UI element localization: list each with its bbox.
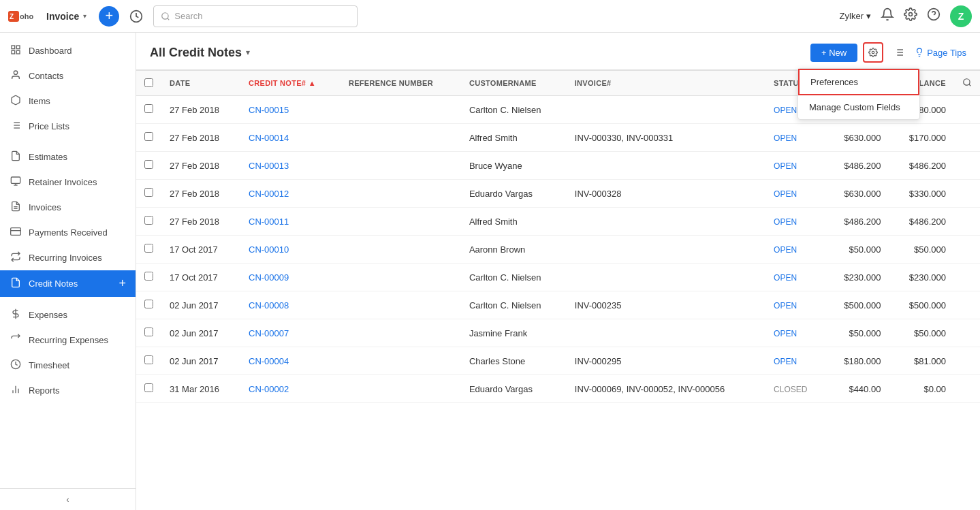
svg-line-5 (168, 18, 170, 20)
credit-note-link[interactable]: CN-00014 (249, 133, 289, 143)
row-reference (341, 347, 461, 375)
credit-note-link[interactable]: CN-00008 (249, 300, 289, 310)
credit-note-link[interactable]: CN-00012 (249, 189, 289, 199)
notification-icon[interactable] (881, 7, 894, 25)
row-checkbox[interactable] (144, 104, 153, 113)
row-checkbox-cell (136, 152, 161, 180)
sidebar-item-recurring-expenses[interactable]: Recurring Expenses (0, 328, 136, 353)
avatar[interactable]: Z (950, 5, 972, 27)
items-icon (10, 95, 22, 108)
row-invoice: INV-000330, INV-000331 (567, 124, 765, 152)
row-checkbox[interactable] (144, 244, 153, 253)
page-tips-button[interactable]: Page Tips (915, 48, 966, 58)
add-button[interactable]: + (99, 6, 119, 27)
sidebar-item-recurring-invoices[interactable]: Recurring Invoices (0, 245, 136, 270)
row-checkbox[interactable] (144, 132, 153, 141)
page-title: All Credit Notes (150, 46, 242, 60)
sidebar-item-invoices[interactable]: Invoices (0, 195, 136, 220)
row-credit-note: CN-00015 (240, 96, 341, 124)
settings-icon[interactable] (904, 7, 917, 25)
row-checkbox[interactable] (144, 383, 153, 392)
sidebar: Dashboard Contacts Items Price Lists (0, 33, 136, 510)
credit-note-link[interactable]: CN-00009 (249, 272, 289, 283)
page-title-chevron-icon[interactable]: ▾ (246, 48, 250, 57)
row-checkbox[interactable] (144, 300, 153, 308)
search-bar[interactable]: Search (153, 5, 358, 27)
row-reference (341, 291, 461, 319)
credit-notes-table-container: DATE CREDIT NOTE# ▲ REFERENCE NUMBER CUS… (136, 70, 980, 510)
row-actions (954, 347, 980, 375)
sidebar-item-expenses[interactable]: Expenses (0, 302, 136, 328)
search-column-header[interactable] (954, 71, 980, 96)
row-actions (954, 319, 980, 347)
select-all-checkbox[interactable] (144, 78, 153, 87)
list-view-button[interactable] (889, 42, 909, 63)
row-reference (341, 124, 461, 152)
sidebar-item-price-lists[interactable]: Price Lists (0, 114, 136, 139)
credit-note-link[interactable]: CN-00011 (249, 217, 289, 227)
credit-note-link[interactable]: CN-00010 (249, 244, 289, 255)
expenses-icon (10, 308, 22, 321)
logo-area[interactable]: Z oho Invoice ▾ (8, 9, 86, 24)
sidebar-item-estimates[interactable]: Estimates (0, 144, 136, 170)
content-area: All Credit Notes ▾ + New (136, 33, 980, 510)
new-button[interactable]: + New (810, 44, 857, 62)
row-credit-note: CN-00008 (240, 291, 341, 319)
history-icon[interactable] (126, 6, 146, 27)
sidebar-item-retainer-invoices[interactable]: Retainer Invoices (0, 170, 136, 195)
recurring-invoices-icon (10, 251, 22, 264)
sidebar-item-timesheet[interactable]: Timesheet (0, 353, 136, 378)
credit-note-link[interactable]: CN-00013 (249, 161, 289, 171)
row-balance: $0.00 (889, 375, 954, 403)
row-checkbox[interactable] (144, 328, 153, 336)
credit-notes-add-icon[interactable]: + (118, 276, 126, 291)
row-actions (954, 96, 980, 124)
svg-point-13 (14, 71, 17, 74)
table-search-icon (962, 78, 972, 87)
row-status: OPEN (765, 236, 825, 264)
row-actions (954, 180, 980, 208)
sidebar-item-contacts[interactable]: Contacts (0, 63, 136, 89)
row-checkbox-cell (136, 96, 161, 124)
sidebar-label-dashboard: Dashboard (29, 46, 72, 56)
credit-note-link[interactable]: CN-00007 (249, 328, 289, 338)
credit-note-link[interactable]: CN-00015 (249, 105, 289, 115)
sidebar-item-reports[interactable]: Reports (0, 378, 136, 403)
sidebar-item-dashboard[interactable]: Dashboard (0, 38, 136, 63)
settings-dropdown: Preferences Manage Custom Fields (797, 68, 920, 120)
row-checkbox[interactable] (144, 272, 153, 281)
row-reference (341, 375, 461, 403)
row-date: 17 Oct 2017 (161, 236, 240, 264)
row-date: 02 Jun 2017 (161, 291, 240, 319)
credit-note-link[interactable]: CN-00002 (249, 384, 289, 394)
page-title-area: All Credit Notes ▾ (150, 46, 250, 60)
row-status: CLOSED (765, 375, 825, 403)
table-row: 17 Oct 2017 CN-00009 Carlton C. Nielsen … (136, 264, 980, 291)
credit-note-column-header[interactable]: CREDIT NOTE# ▲ (240, 71, 341, 96)
row-checkbox[interactable] (144, 216, 153, 225)
row-amount: $230.000 (825, 264, 889, 291)
sidebar-item-payments-received[interactable]: Payments Received (0, 220, 136, 245)
row-date: 02 Jun 2017 (161, 347, 240, 375)
row-checkbox[interactable] (144, 355, 153, 364)
credit-note-link[interactable]: CN-00004 (249, 356, 289, 366)
svg-rect-9 (12, 46, 15, 49)
dropdown-item-preferences[interactable]: Preferences (798, 69, 919, 95)
sidebar-label-items: Items (29, 96, 50, 106)
row-checkbox[interactable] (144, 160, 153, 169)
search-placeholder: Search (174, 11, 202, 21)
price-lists-icon (10, 120, 22, 133)
sidebar-item-items[interactable]: Items (0, 89, 136, 114)
dropdown-item-manage-custom-fields[interactable]: Manage Custom Fields (798, 95, 919, 119)
credit-notes-icon (10, 277, 22, 290)
status-badge: OPEN (774, 189, 797, 199)
sidebar-item-credit-notes[interactable]: Credit Notes + (0, 270, 136, 297)
user-menu[interactable]: Zylker ▾ (840, 11, 871, 21)
table-settings-button[interactable] (863, 42, 883, 63)
status-badge: OPEN (774, 106, 797, 115)
row-checkbox-cell (136, 347, 161, 375)
help-icon[interactable] (927, 7, 941, 25)
row-checkbox[interactable] (144, 188, 153, 197)
sidebar-collapse-button[interactable]: ‹ (0, 488, 136, 510)
row-invoice (567, 96, 765, 124)
